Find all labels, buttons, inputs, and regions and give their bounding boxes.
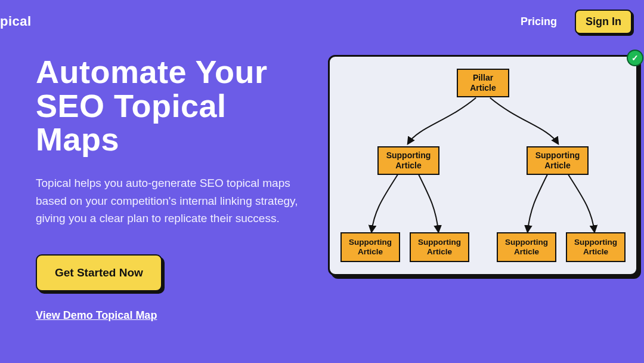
cta-get-started-button[interactable]: Get Started Now — [36, 254, 162, 291]
node-pillar: Pillar Article — [457, 69, 509, 97]
hero-right: ✓ Pillar A — [328, 55, 638, 322]
nav-pricing[interactable]: Pricing — [521, 16, 557, 28]
header-nav: Pricing Sign In — [521, 10, 632, 34]
node-supporting-mid-right: Supporting Article — [527, 146, 589, 175]
sign-in-button[interactable]: Sign In — [575, 10, 632, 34]
demo-link[interactable]: View Demo Topical Map — [36, 309, 157, 322]
hero-left: Automate Your SEO Topical Maps Topical h… — [36, 55, 316, 322]
check-badge-icon: ✓ — [627, 50, 643, 66]
hero-subhead: Topical helps you auto-generate SEO topi… — [36, 174, 304, 227]
check-icon: ✓ — [631, 53, 639, 63]
hero-section: Automate Your SEO Topical Maps Topical h… — [0, 36, 644, 322]
site-header: pical Pricing Sign In — [0, 0, 644, 36]
logo: pical — [0, 14, 32, 29]
hero-headline: Automate Your SEO Topical Maps — [36, 55, 316, 156]
node-supporting-leaf-3: Supporting Article — [497, 232, 556, 262]
node-supporting-leaf-1: Supporting Article — [340, 232, 400, 262]
topical-map-diagram: ✓ Pillar A — [328, 55, 638, 276]
node-supporting-leaf-4: Supporting Article — [566, 232, 626, 262]
node-supporting-mid-left: Supporting Article — [377, 146, 439, 175]
node-supporting-leaf-2: Supporting Article — [410, 232, 469, 262]
